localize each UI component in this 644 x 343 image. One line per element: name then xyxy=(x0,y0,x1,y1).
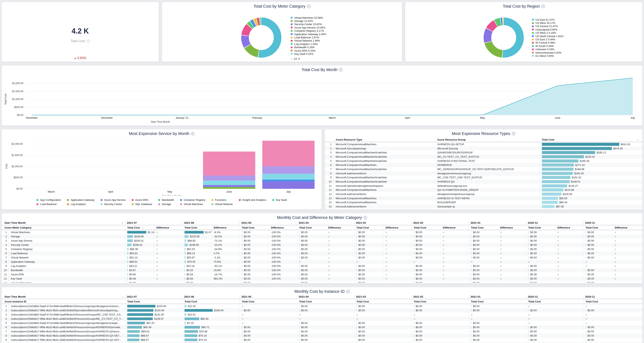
month-label[interactable]: 2021-07 xyxy=(125,295,137,298)
legend-item[interactable]: Unassigned 8.93% xyxy=(532,28,564,31)
column-header-total-cost[interactable]: Total Cost xyxy=(526,299,583,304)
month-label[interactable]: 2021-01 xyxy=(469,221,480,224)
stack-segment-application-gateway[interactable] xyxy=(203,187,255,189)
stack-segment-azure-app-service[interactable] xyxy=(262,181,314,189)
column-header-total-cost[interactable]: Total Cost xyxy=(240,225,269,230)
month-label[interactable]: 2021-06 xyxy=(182,221,194,224)
pager-down-icon[interactable]: ▼ xyxy=(298,58,300,60)
info-icon[interactable]: i xyxy=(542,4,545,8)
legend-item[interactable]: US West 2 5.18% xyxy=(532,31,564,34)
column-header-total-cost[interactable]: Total Cost xyxy=(182,225,212,230)
legend-item[interactable]: Log Analytics 1.34% xyxy=(291,42,326,45)
legend-item[interactable]: Log Analytics xyxy=(67,203,94,206)
month-label[interactable]: 2021-05 xyxy=(240,295,252,298)
info-icon[interactable]: i xyxy=(86,39,90,43)
column-header-total-cost[interactable]: Total Cost xyxy=(182,299,240,304)
column-header-difference[interactable]: Difference xyxy=(498,225,526,230)
legend-item[interactable]: Bandwidth 0.19% xyxy=(291,46,326,49)
column-header-total-cost[interactable]: Total Cost xyxy=(354,225,383,230)
category-column-header[interactable]: Azure Instance ID xyxy=(2,299,125,304)
legend-item[interactable]: Key Vault 0.02% xyxy=(291,52,326,55)
legend-item[interactable]: IN Central 0.06% xyxy=(532,41,564,44)
legend-item[interactable]: Intercontinental 0.00% xyxy=(532,51,564,54)
legend-item[interactable]: US West 19.17% xyxy=(532,21,564,24)
month-label[interactable]: 2020-11 xyxy=(583,295,595,298)
month-label[interactable]: 2021-07 xyxy=(125,221,137,224)
legend-item[interactable]: Insight and Analytics xyxy=(239,198,266,201)
legend-item[interactable]: Load Balancer xyxy=(36,203,61,206)
prev-chevron-icon[interactable]: ‹ xyxy=(122,221,123,225)
info-icon[interactable]: i xyxy=(346,290,350,293)
legend-item[interactable]: Virtual Network xyxy=(212,203,233,206)
column-header-difference[interactable]: Difference xyxy=(383,225,412,230)
column-header-total-cost[interactable]: Total Cost xyxy=(240,299,297,304)
legend-item[interactable]: Azure DNS xyxy=(132,198,152,201)
month-label[interactable]: 2021-02 xyxy=(412,295,423,298)
legend-item[interactable]: Azure App Service 10.00% xyxy=(291,26,326,29)
legend-item[interactable]: Virtual Machines 52.88% xyxy=(291,16,326,19)
column-header-total-cost[interactable]: Total Cost xyxy=(469,225,498,230)
month-label[interactable]: 2021-03 xyxy=(354,295,366,298)
pager-up-icon[interactable]: ▲ xyxy=(291,58,293,60)
column-header-resource-group[interactable]: Azure Resource Group xyxy=(435,137,540,142)
column-header-difference[interactable]: Difference xyxy=(154,225,182,230)
column-header-difference[interactable]: Difference xyxy=(326,225,354,230)
region-donut-chart[interactable] xyxy=(482,16,525,59)
column-header-total-cost[interactable]: Total Cost xyxy=(412,225,440,230)
stack-segment-storage[interactable] xyxy=(203,176,255,181)
month-label[interactable]: 2021-06 xyxy=(182,295,194,298)
legend-item[interactable]: Container Registry xyxy=(180,198,206,201)
category-column-header[interactable]: Azure Meter Category xyxy=(2,225,125,230)
legend-item[interactable]: Bandwidth xyxy=(158,198,174,201)
stack-segment-security-center[interactable] xyxy=(203,181,255,185)
column-header-total-cost[interactable]: Total Cost xyxy=(297,225,326,230)
legend-item[interactable]: Unknown 0.03% xyxy=(532,48,564,51)
column-header-difference[interactable]: Difference xyxy=(440,225,469,230)
legend-item[interactable]: US East 2 0.94% xyxy=(532,38,564,41)
legend-item[interactable]: Storage 13.42% xyxy=(291,19,326,22)
legend-item[interactable]: App Configuration xyxy=(36,198,61,201)
legend-item[interactable]: Application Gateway xyxy=(67,198,94,201)
month-label[interactable]: 2021-04 xyxy=(297,295,309,298)
month-label[interactable]: 2020-12 xyxy=(526,295,538,298)
info-icon[interactable]: i xyxy=(364,216,367,219)
stack-segment-security-center[interactable] xyxy=(262,174,314,180)
column-header-total-cost[interactable]: Total Cost xyxy=(526,225,555,230)
stack-segment-storage[interactable] xyxy=(262,166,314,174)
legend-item[interactable]: US North Central 1.82% xyxy=(532,34,564,38)
month-label[interactable]: 2021-03 xyxy=(354,221,366,224)
stack-segment-virtual-machines[interactable] xyxy=(262,141,314,166)
info-icon[interactable]: i xyxy=(307,4,310,8)
legend-item[interactable]: SQL Database xyxy=(132,203,152,206)
column-header-total-cost[interactable]: Total Cost xyxy=(540,137,642,142)
month-label[interactable]: 2020-11 xyxy=(583,221,595,224)
legend-item[interactable]: Azure App Service xyxy=(100,198,126,201)
legend-item[interactable]: EU West 0.00% xyxy=(532,54,564,57)
column-header-total-cost[interactable]: Total Cost xyxy=(469,299,526,304)
column-header-total-cost[interactable]: Total Cost xyxy=(583,225,612,230)
legend-item[interactable]: IN South 0.04% xyxy=(532,44,564,48)
sort-chevron-icon[interactable] xyxy=(142,226,144,229)
legend-item[interactable]: Security Center 10.82% xyxy=(291,23,326,26)
column-header-difference[interactable]: Difference xyxy=(269,225,297,230)
sort-chevron-icon[interactable] xyxy=(636,138,639,141)
legend-item[interactable]: Storage xyxy=(158,203,174,206)
month-label[interactable]: 2021-04 xyxy=(297,221,309,224)
column-header-total-cost[interactable]: Total Cost xyxy=(297,299,354,304)
column-header-difference[interactable]: Difference xyxy=(555,225,583,230)
column-header-total-cost[interactable]: Total Cost xyxy=(412,299,469,304)
legend-item[interactable]: Load Balancer 2.67% xyxy=(291,36,326,39)
column-header-total-cost[interactable]: Total Cost xyxy=(354,299,412,304)
stack-segment-azure-app-service[interactable] xyxy=(203,185,255,187)
stack-segment-container-registry[interactable] xyxy=(262,180,314,181)
legend-item[interactable]: US Central 12.47% xyxy=(532,25,564,28)
meter-category-donut-chart[interactable] xyxy=(240,16,282,59)
legend-item[interactable]: Key Vault xyxy=(272,198,287,201)
info-icon[interactable]: i xyxy=(512,132,515,135)
month-label[interactable]: 2021-01 xyxy=(469,295,480,298)
legend-item[interactable]: US East 51.37% xyxy=(532,18,564,21)
column-header-difference[interactable]: Difference xyxy=(212,225,240,230)
legend-item[interactable]: Virtual Machines xyxy=(180,203,206,206)
legend-item[interactable]: Azure DNS 0.03% xyxy=(291,49,326,52)
stack-segment-virtual-machines[interactable] xyxy=(203,152,255,176)
